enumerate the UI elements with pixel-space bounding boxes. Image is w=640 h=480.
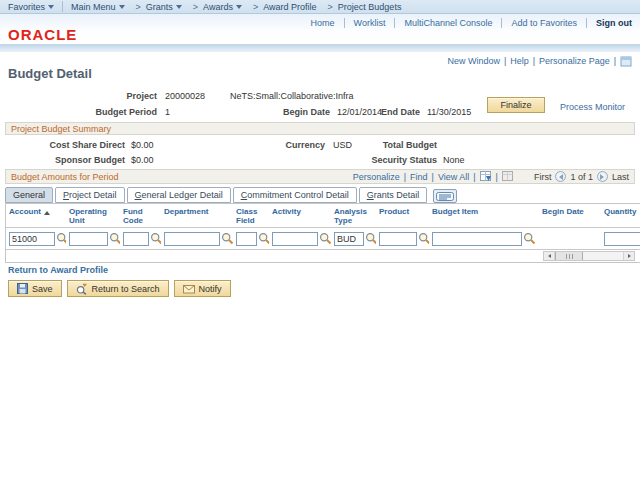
prev-arrow-icon xyxy=(559,174,563,180)
return-to-search-icon xyxy=(76,283,88,295)
account-input[interactable] xyxy=(9,232,55,246)
department-lookup-icon[interactable] xyxy=(221,232,233,245)
sort-asc-icon xyxy=(44,211,50,215)
budget-item-input[interactable] xyxy=(432,232,522,246)
quantity-input[interactable] xyxy=(604,232,640,246)
divider: | xyxy=(404,172,406,182)
grid-tabs: General Project Detail General Ledger De… xyxy=(5,187,457,203)
save-icon xyxy=(17,283,28,294)
class-field-lookup-icon[interactable] xyxy=(258,232,269,245)
breadcrumb-main-menu[interactable]: Main Menu xyxy=(71,2,125,12)
save-button[interactable]: Save xyxy=(8,280,62,297)
end-date-value: 11/30/2015 xyxy=(427,107,471,117)
next-page-button[interactable] xyxy=(597,171,608,182)
awards-label: Awards xyxy=(203,2,233,12)
col-budget-item-header[interactable]: Budget Item xyxy=(429,204,539,216)
page-title: Budget Detail xyxy=(8,66,92,81)
return-to-award-profile-link[interactable]: Return to Award Profile xyxy=(8,265,108,275)
tab-label: Project Detail xyxy=(63,190,117,200)
chevron-down-icon xyxy=(176,5,182,9)
divider: | xyxy=(432,172,434,182)
tab-project-detail[interactable]: Project Detail xyxy=(55,187,125,203)
fund-code-input[interactable] xyxy=(123,232,149,246)
notify-icon xyxy=(183,283,195,295)
tab-general[interactable]: General xyxy=(5,187,53,203)
personalize-page-link[interactable]: Personalize Page xyxy=(539,56,610,66)
add-to-favorites-link[interactable]: Add to Favorites xyxy=(511,18,577,28)
portal-links: Home Worklist MultiChannel Console Add t… xyxy=(311,18,632,28)
help-link[interactable]: Help xyxy=(510,56,529,66)
breadcrumb-item-project-budgets[interactable]: Project Budgets xyxy=(338,2,402,12)
analysis-type-lookup-icon[interactable] xyxy=(365,232,376,245)
project-budgets-label: Project Budgets xyxy=(338,2,402,12)
breadcrumb-divider xyxy=(62,1,63,12)
col-department-header[interactable]: Department xyxy=(161,204,233,216)
tab-label: Commitment Control Detail xyxy=(241,190,349,200)
view-all-link[interactable]: View All xyxy=(438,172,469,182)
col-account-header[interactable]: Account xyxy=(6,204,66,216)
tab-commitment-control-detail[interactable]: Commitment Control Detail xyxy=(233,187,357,203)
zoom-grid-icon[interactable] xyxy=(502,171,514,182)
budget-item-lookup-icon[interactable] xyxy=(523,232,536,245)
security-status-label: Security Status xyxy=(350,155,437,165)
new-window-icon[interactable] xyxy=(620,55,632,67)
cost-share-direct-value: $0.00 xyxy=(131,140,154,150)
pager-first-label: First xyxy=(534,172,552,182)
operating-unit-input[interactable] xyxy=(69,232,108,246)
divider: | xyxy=(533,56,535,66)
breadcrumb-separator: > xyxy=(193,2,198,12)
home-link[interactable]: Home xyxy=(311,18,335,28)
scroll-left-button[interactable] xyxy=(544,252,555,260)
new-window-link[interactable]: New Window xyxy=(447,56,500,66)
tab-grants-detail[interactable]: Grants Detail xyxy=(359,187,428,203)
product-input[interactable] xyxy=(379,232,417,246)
prev-page-button[interactable] xyxy=(555,171,566,182)
multichannel-console-link[interactable]: MultiChannel Console xyxy=(404,18,492,28)
summary-title: Project Budget Summary xyxy=(11,124,111,134)
sign-out-link[interactable]: Sign out xyxy=(596,18,632,28)
tab-general-ledger-detail[interactable]: General Ledger Detail xyxy=(127,187,231,203)
currency-label: Currency xyxy=(240,140,325,150)
horizontal-scrollbar[interactable] xyxy=(543,251,635,261)
col-fund-code-header[interactable]: Fund Code xyxy=(120,204,161,225)
notify-button[interactable]: Notify xyxy=(174,280,231,297)
col-begin-date-header[interactable]: Begin Date xyxy=(539,204,601,216)
activity-lookup-icon[interactable] xyxy=(319,232,331,245)
col-activity-header[interactable]: Activity xyxy=(269,204,331,216)
col-operating-unit-header[interactable]: Operating Unit xyxy=(66,204,120,225)
col-product-header[interactable]: Product xyxy=(376,204,429,216)
breadcrumb-item-awards[interactable]: Awards xyxy=(203,2,242,12)
grants-label: Grants xyxy=(146,2,173,12)
department-input[interactable] xyxy=(164,232,220,246)
process-monitor-link[interactable]: Process Monitor xyxy=(560,102,625,112)
breadcrumb-item-grants[interactable]: Grants xyxy=(146,2,182,12)
class-field-input[interactable] xyxy=(236,232,257,246)
grid-pager: First 1 of 1 Last xyxy=(534,171,629,182)
scroll-right-button[interactable] xyxy=(623,252,634,260)
return-to-search-button[interactable]: Return to Search xyxy=(67,280,169,297)
pager-current: 1 of 1 xyxy=(570,172,593,182)
personalize-link[interactable]: Personalize xyxy=(353,172,400,182)
breadcrumb-favorites[interactable]: Favorites xyxy=(8,2,54,12)
product-lookup-icon[interactable] xyxy=(418,232,429,245)
project-budget-summary-header: Project Budget Summary xyxy=(5,122,635,135)
finalize-button[interactable]: Finalize xyxy=(487,97,545,113)
budget-detail-page: Favorites Main Menu > Grants > Awards > … xyxy=(0,0,640,480)
col-quantity-header[interactable]: Quantity xyxy=(601,204,640,216)
worklist-link[interactable]: Worklist xyxy=(354,18,386,28)
breadcrumb-item-award-profile[interactable]: Award Profile xyxy=(263,2,316,12)
analysis-type-input[interactable] xyxy=(334,232,364,246)
col-class-field-header[interactable]: Class Field xyxy=(233,204,269,225)
show-all-columns-button[interactable] xyxy=(433,189,457,203)
col-analysis-type-header[interactable]: Analysis Type xyxy=(331,204,376,225)
download-grid-icon[interactable] xyxy=(480,171,492,182)
activity-input[interactable] xyxy=(272,232,318,246)
operating-unit-lookup-icon[interactable] xyxy=(109,232,120,245)
scrollbar-grip-icon xyxy=(566,254,573,259)
breadcrumb: Favorites Main Menu > Grants > Awards > … xyxy=(0,0,640,14)
find-link[interactable]: Find xyxy=(410,172,428,182)
fund-code-lookup-icon[interactable] xyxy=(150,232,161,245)
account-lookup-icon[interactable] xyxy=(56,232,66,245)
scrollbar-thumb[interactable] xyxy=(555,252,583,260)
grid-title: Budget Amounts for Period xyxy=(11,172,119,182)
